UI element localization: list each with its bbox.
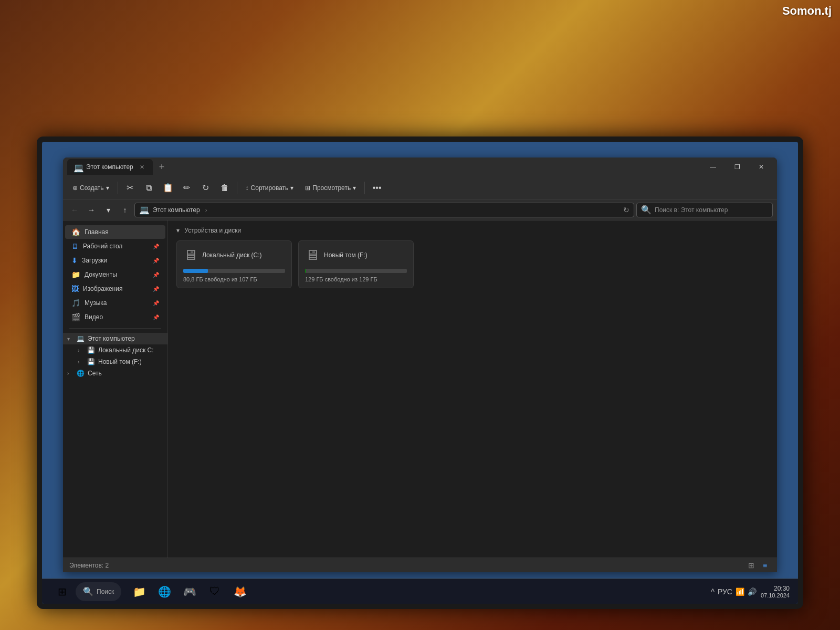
clock[interactable]: 20:30 07.10.2024: [761, 585, 790, 598]
close-button[interactable]: ✕: [750, 159, 773, 175]
sidebar-desktop-label: Рабочий стол: [83, 243, 122, 250]
tab-label: Этот компьютер: [86, 163, 133, 171]
drive-c-item[interactable]: 🖥 Локальный диск (С:) 80,8 ГБ свободно и…: [176, 240, 292, 288]
share-button[interactable]: ↻: [197, 179, 215, 197]
sidebar-tree-drive-c[interactable]: › 💾 Локальный диск C:: [63, 344, 167, 356]
sidebar-item-downloads[interactable]: ⬇ Загрузки 📌: [65, 254, 165, 267]
view-label: Просмотреть: [312, 184, 351, 192]
tray-chevron-icon[interactable]: ^: [711, 587, 715, 596]
sidebar: 🏠 Главная 🖥 Рабочий стол 📌 ⬇ Загрузки 📌: [63, 220, 168, 558]
status-text: Элементов: 2: [69, 562, 109, 569]
file-area: ▾ Устройства и диски 🖥 Локальный диск (С…: [168, 220, 777, 558]
address-field[interactable]: 💻 Этот компьютер › ↻: [134, 203, 634, 217]
start-button[interactable]: ⊞: [50, 582, 74, 602]
sidebar-documents-label: Документы: [85, 271, 117, 278]
copy-button[interactable]: ⧉: [140, 179, 158, 197]
search-box[interactable]: 🔍 Поиск в: Этот компьютер: [636, 203, 773, 217]
taskbar: ⊞ 🔍 Поиск 📁 🌐 🎮: [42, 579, 798, 604]
recent-button[interactable]: ▾: [101, 203, 116, 217]
downloads-icon: ⬇: [71, 256, 78, 265]
sidebar-video-label: Видео: [85, 313, 103, 321]
drive-f-bar-fill: [305, 269, 306, 273]
sidebar-music-label: Музыка: [85, 299, 107, 307]
view-toggle: ⊞ ≡: [746, 560, 771, 571]
refresh-button[interactable]: ↻: [623, 206, 629, 214]
sidebar-tree-drive-f[interactable]: › 💾 Новый том (F:): [63, 356, 167, 368]
delete-button[interactable]: 🗑: [216, 179, 234, 197]
wifi-icon[interactable]: 📶: [736, 587, 744, 596]
network-icon: 🌐: [77, 370, 85, 377]
sidebar-item-pictures[interactable]: 🖼 Изображения 📌: [65, 282, 165, 296]
list-view-button[interactable]: ≡: [759, 560, 771, 571]
view-icon: ⊞: [305, 184, 310, 192]
sidebar-item-home[interactable]: 🏠 Главная: [65, 225, 165, 239]
pin-icon-6: 📌: [153, 314, 159, 320]
taskbar-search[interactable]: 🔍 Поиск: [76, 582, 121, 601]
taskbar-apps: 📁 🌐 🎮 🛡 🦊: [128, 582, 251, 602]
tab-folder-icon: 💻: [74, 163, 82, 171]
start-icon: ⊞: [58, 585, 67, 598]
drives-grid: 🖥 Локальный диск (С:) 80,8 ГБ свободно и…: [176, 240, 769, 288]
sidebar-item-video[interactable]: 🎬 Видео 📌: [65, 310, 165, 324]
taskbar-app-explorer[interactable]: 📁: [128, 582, 151, 602]
toolbar-separator-3: [364, 182, 365, 194]
music-icon: 🎵: [71, 299, 80, 307]
minimize-button[interactable]: —: [701, 159, 724, 175]
sort-button[interactable]: ↕ Сортировать ▾: [240, 182, 299, 194]
toolbar-separator-1: [118, 182, 118, 194]
icon-view-button[interactable]: ⊞: [746, 560, 757, 571]
section-header: ▾ Устройства и диски: [176, 227, 769, 234]
section-title: Устройства и диски: [184, 227, 241, 234]
taskbar-app-security[interactable]: 🛡: [203, 582, 226, 602]
pin-icon: 📌: [153, 244, 159, 249]
drive-c-info: Локальный диск (С:): [202, 251, 285, 259]
forward-button[interactable]: →: [84, 203, 99, 217]
drive-f-item[interactable]: 🖥 Новый том (F:) 129 ГБ свободно из 129 …: [298, 240, 414, 288]
clock-date: 07.10.2024: [761, 592, 790, 598]
tab-close-button[interactable]: ✕: [138, 163, 146, 172]
tree-chevron-f: ›: [78, 359, 84, 365]
create-label: Создать: [80, 184, 104, 192]
drive-f-label: Новый том (F:): [98, 358, 142, 365]
view-button[interactable]: ⊞ Просмотреть ▾: [300, 182, 361, 194]
create-button[interactable]: ⊕ Создать ▾: [67, 182, 114, 194]
up-button[interactable]: ↑: [118, 203, 132, 217]
laptop-bezel: 💻 Этот компьютер ✕ + — ❐ ✕ ⊕ Создать ▾: [37, 136, 803, 609]
volume-icon[interactable]: 🔊: [748, 587, 757, 596]
sidebar-tree-network[interactable]: › 🌐 Сеть: [63, 368, 167, 379]
sidebar-tree-thispc[interactable]: ▾ 💻 Этот компьютер: [63, 333, 167, 344]
explorer-window: 💻 Этот компьютер ✕ + — ❐ ✕ ⊕ Создать ▾: [63, 158, 777, 572]
sidebar-item-music[interactable]: 🎵 Музыка 📌: [65, 296, 165, 310]
tree-chevron-c: ›: [78, 348, 84, 353]
thispc-icon: 💻: [77, 335, 85, 342]
video-icon: 🎬: [71, 313, 80, 321]
taskbar-right: ^ РУС 📶 🔊 20:30 07.10.2024: [711, 585, 790, 598]
drive-f-disk-icon: 🖥: [305, 246, 320, 264]
main-content: 🏠 Главная 🖥 Рабочий стол 📌 ⬇ Загрузки 📌: [63, 220, 777, 558]
pin-icon-3: 📌: [153, 272, 159, 278]
sidebar-item-documents[interactable]: 📁 Документы 📌: [65, 268, 165, 281]
more-button[interactable]: •••: [368, 179, 386, 197]
clock-time: 20:30: [761, 585, 790, 592]
back-button[interactable]: ←: [67, 203, 82, 217]
taskbar-app-firefox[interactable]: 🦊: [228, 582, 251, 602]
rename-button[interactable]: ✏: [178, 179, 196, 197]
sidebar-home-label: Главная: [85, 228, 109, 236]
tree-chevron-net: ›: [67, 371, 74, 376]
address-chevron-icon: ›: [205, 207, 207, 213]
window-controls: — ❐ ✕: [701, 159, 773, 175]
cut-button[interactable]: ✂: [121, 179, 139, 197]
maximize-button[interactable]: ❐: [726, 159, 749, 175]
sidebar-divider: [69, 328, 161, 329]
language-indicator[interactable]: РУС: [718, 587, 732, 596]
paste-button[interactable]: 📋: [159, 179, 177, 197]
taskbar-app-store[interactable]: 🎮: [178, 582, 201, 602]
watermark: Somon.tj: [782, 4, 832, 18]
home-icon: 🏠: [71, 228, 80, 236]
sidebar-item-desktop[interactable]: 🖥 Рабочий стол 📌: [65, 239, 165, 253]
taskbar-app-browser[interactable]: 🌐: [153, 582, 176, 602]
explorer-tab[interactable]: 💻 Этот компьютер ✕: [67, 159, 153, 175]
new-tab-button[interactable]: +: [155, 161, 169, 174]
pin-icon-4: 📌: [153, 286, 159, 292]
thispc-label: Этот компьютер: [88, 335, 135, 342]
